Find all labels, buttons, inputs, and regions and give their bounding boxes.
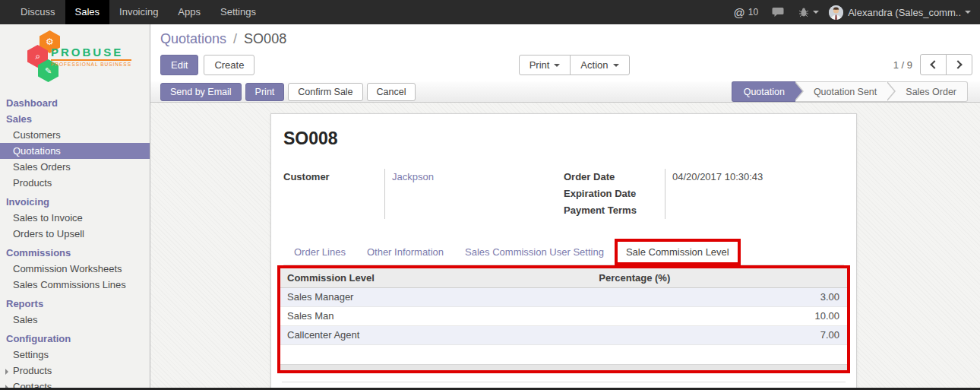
breadcrumb-separator: /	[233, 31, 237, 46]
mention-counter-button[interactable]: @ 10	[727, 0, 766, 24]
chevron-left-icon	[930, 60, 938, 68]
customer-label: Customer	[283, 169, 384, 185]
notebook-tabs: Order Lines Other Information Sales Comm…	[283, 239, 844, 265]
table-footer	[280, 364, 847, 370]
sidebar-section-reports[interactable]: Reports	[0, 296, 150, 312]
top-menu: Discuss Sales Invoicing Apps Settings	[0, 0, 266, 24]
company-logo[interactable]: ⚙ ⌕ ✎ PROBUSE PROFESSIONAL BUSINESS	[0, 28, 150, 89]
commission-level-cell[interactable]: Sales Manager	[280, 287, 592, 306]
topnav-discuss[interactable]: Discuss	[11, 0, 65, 24]
print-button[interactable]: Print	[245, 83, 285, 101]
mention-count: 10	[748, 7, 758, 17]
tab-sale-commission-level[interactable]: Sale Commission Level	[615, 239, 741, 265]
topnav-invoicing[interactable]: Invoicing	[109, 0, 168, 24]
sheet-divider	[282, 382, 846, 382]
user-menu[interactable]: Alexandra (Sales_comm..	[826, 5, 974, 20]
payment-terms-label: Payment Terms	[564, 202, 665, 219]
sidebar-item-customers[interactable]: Customers	[0, 127, 150, 143]
sidebar-item-quotations[interactable]: Quotations	[0, 143, 150, 159]
breadcrumb-quotations-link[interactable]: Quotations	[160, 31, 226, 46]
topnav-apps[interactable]: Apps	[168, 0, 210, 24]
sidebar-item-sales-to-invoice[interactable]: Sales to Invoice	[0, 210, 150, 226]
status-quotation[interactable]: Quotation	[732, 81, 795, 102]
tab-order-lines[interactable]: Order Lines	[283, 239, 356, 265]
caret-down-icon	[613, 64, 619, 67]
commission-level-cell[interactable]: Sales Man	[280, 306, 592, 325]
sidebar-section-invoicing[interactable]: Invoicing	[0, 194, 150, 210]
table-row[interactable]: Sales Manager 3.00	[280, 287, 847, 306]
sidebar-item-orders-to-upsell[interactable]: Orders to Upsell	[0, 226, 150, 242]
percentage-cell[interactable]: 7.00	[592, 325, 847, 344]
debug-menu-button[interactable]	[792, 0, 826, 24]
order-date-value: 04/20/2017 10:30:43	[672, 169, 844, 185]
payment-terms-value	[672, 202, 844, 219]
order-date-label: Order Date	[564, 169, 665, 185]
cancel-button[interactable]: Cancel	[367, 83, 416, 101]
page-title: SO008	[283, 128, 844, 149]
chevron-right-icon	[953, 60, 962, 68]
record-pager: 1 / 9	[893, 54, 972, 75]
table-row[interactable]: Sales Man 10.00	[280, 306, 847, 325]
tab-other-information[interactable]: Other Information	[356, 239, 454, 265]
create-button[interactable]: Create	[204, 55, 254, 75]
percentage-cell[interactable]: 10.00	[592, 306, 847, 325]
status-pipeline: Quotation Quotation Sent Sales Order	[732, 81, 968, 102]
print-dropdown-button[interactable]: Print	[519, 55, 571, 75]
action-dropdown-button[interactable]: Action	[570, 55, 629, 75]
expand-right-icon	[5, 369, 8, 375]
status-quotation-sent[interactable]: Quotation Sent	[795, 81, 887, 102]
table-row[interactable]: Callcenter Agent 7.00	[280, 325, 847, 344]
topnav-settings[interactable]: Settings	[210, 0, 266, 24]
send-by-email-button[interactable]: Send by Email	[160, 83, 242, 101]
sidebar-menu: Dashboard Sales Customers Quotations Sal…	[0, 95, 150, 388]
logo-tagline: PROFESSIONAL BUSINESS	[51, 59, 131, 67]
column-commission-level[interactable]: Commission Level	[280, 268, 592, 287]
sidebar-section-commissions[interactable]: Commissions	[0, 245, 150, 261]
sidebar: ⚙ ⌕ ✎ PROBUSE PROFESSIONAL BUSINESS Dash…	[0, 24, 150, 388]
percentage-cell[interactable]: 3.00	[592, 287, 847, 306]
expiration-date-value	[672, 185, 844, 202]
topnav-sales[interactable]: Sales	[65, 0, 110, 24]
sidebar-section-configuration[interactable]: Configuration	[0, 331, 150, 347]
pager-previous-button[interactable]	[920, 54, 947, 75]
caret-down-icon	[965, 11, 971, 14]
breadcrumb-current: SO008	[244, 31, 286, 46]
expiration-date-label: Expiration Date	[564, 185, 665, 202]
confirm-sale-button[interactable]: Confirm Sale	[288, 83, 362, 101]
sidebar-section-sales[interactable]: Sales	[0, 111, 150, 127]
customer-value-link[interactable]: Jackpson	[392, 169, 564, 185]
bug-icon	[798, 7, 809, 17]
sidebar-item-config-products[interactable]: Products	[0, 363, 150, 379]
caret-down-icon	[554, 64, 560, 67]
annotation-highlight-box: Commission Level Percentage (%) Sales Ma…	[277, 265, 850, 373]
sidebar-item-commission-worksheets[interactable]: Commission Worksheets	[0, 261, 150, 277]
caret-down-icon	[813, 11, 819, 14]
sidebar-item-products[interactable]: Products	[0, 175, 150, 191]
status-sales-order[interactable]: Sales Order	[887, 81, 968, 102]
pager-next-button[interactable]	[946, 54, 972, 75]
table-empty-row	[280, 344, 847, 364]
logo-title: PROBUSE	[51, 46, 123, 59]
control-panel: Quotations / SO008 Edit Create Print Act…	[150, 24, 980, 81]
commission-level-table: Commission Level Percentage (%) Sales Ma…	[280, 268, 847, 364]
tab-sales-commission-user-setting[interactable]: Sales Commission User Setting	[454, 239, 615, 265]
messages-button[interactable]	[765, 0, 792, 24]
quotation-sheet: SO008 Customer Jackpson Order Date E	[270, 113, 857, 390]
edit-button[interactable]: Edit	[160, 55, 198, 75]
top-navbar: Discuss Sales Invoicing Apps Settings @ …	[0, 0, 980, 24]
sidebar-item-dashboard[interactable]: Dashboard	[0, 95, 150, 111]
sidebar-item-config-contacts[interactable]: Contacts	[0, 379, 150, 388]
user-avatar	[829, 5, 843, 20]
chat-bubble-icon	[772, 7, 785, 17]
statusbar: Send by Email Print Confirm Sale Cancel …	[150, 81, 980, 103]
breadcrumb: Quotations / SO008	[160, 31, 972, 47]
column-percentage[interactable]: Percentage (%)	[592, 268, 847, 287]
sidebar-item-reports-sales[interactable]: Sales	[0, 312, 150, 328]
sidebar-item-settings[interactable]: Settings	[0, 347, 150, 363]
pager-value: 1 / 9	[893, 59, 912, 71]
commission-level-cell[interactable]: Callcenter Agent	[280, 325, 592, 344]
table-header-row: Commission Level Percentage (%)	[280, 268, 847, 287]
sidebar-item-sales-orders[interactable]: Sales Orders	[0, 159, 150, 175]
sidebar-item-sales-commissions-lines[interactable]: Sales Commissions Lines	[0, 277, 150, 293]
user-name: Alexandra (Sales_comm..	[848, 7, 961, 18]
